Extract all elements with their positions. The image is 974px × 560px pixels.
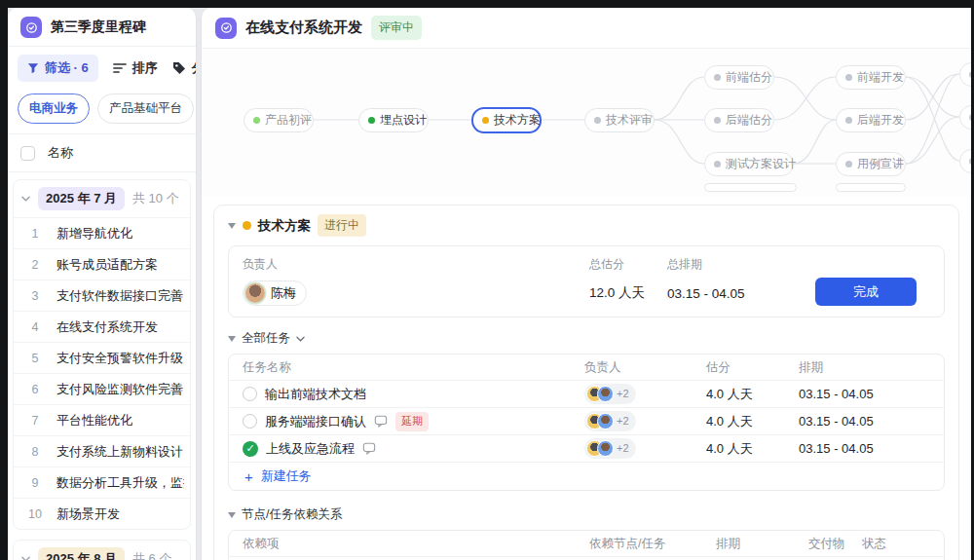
task-table-header: 任务名称 负责人 估分 排期 — [229, 355, 944, 380]
list-item[interactable]: 9数据分析工具升级，监控 — [14, 467, 190, 498]
assignee-avatars[interactable]: +2 — [584, 384, 636, 404]
sidebar-toolbar: 筛选 · 6 排序 分组 — [8, 47, 196, 90]
avatar — [245, 283, 265, 303]
status-badge: 评审中 — [371, 16, 422, 40]
list-header-row: 名称 — [8, 134, 196, 172]
collapse-triangle-icon — [228, 512, 236, 518]
list-item[interactable]: 5支付安全预警软件升级 — [14, 342, 190, 373]
filter-button[interactable]: 筛选 · 6 — [18, 55, 98, 82]
status-dot — [243, 221, 251, 230]
group-header[interactable]: 2025 年 8 月 共 6 个 — [14, 541, 190, 560]
group-label: 2025 年 7 月 — [38, 187, 125, 210]
status-dot — [368, 117, 375, 124]
list-item[interactable]: 7平台性能优化 — [14, 404, 190, 435]
group-count: 共 6 个 — [132, 550, 171, 560]
task-row[interactable]: ✓上线及应急流程 +2 4.0 人天 03.15 - 04.05 — [229, 434, 944, 462]
funnel-icon — [27, 62, 39, 74]
group-count: 共 10 个 — [132, 190, 179, 207]
comment-icon[interactable] — [374, 415, 388, 428]
tab-product-platform[interactable]: 产品基础平台 — [97, 93, 194, 124]
tasks-section-header[interactable]: 全部任务 — [228, 330, 945, 347]
group-header[interactable]: 2025 年 7 月 共 10 个 — [14, 180, 190, 217]
collapse-triangle-icon — [228, 223, 236, 229]
task-incomplete-icon[interactable] — [243, 387, 257, 401]
flow-node-tracking-design[interactable]: 埋点设计 — [358, 108, 429, 132]
estimate-field: 总估分 12.0 人天 — [589, 256, 667, 305]
sidebar-header: 第三季度里程碑 — [8, 8, 196, 47]
list-item[interactable]: 6支付风险监测软件完善 — [14, 373, 190, 404]
flow-node-partial — [836, 183, 906, 192]
status-dot — [845, 161, 852, 168]
dependency-table-header: 依赖项 依赖节点/任务 排期 交付物 状态 — [229, 531, 944, 556]
status-dot — [253, 117, 260, 124]
list-item[interactable]: 3支付软件数据接口完善 — [14, 280, 190, 311]
tab-ecommerce[interactable]: 电商业务 — [18, 93, 90, 124]
add-task-button[interactable]: + 新建任务 — [229, 462, 944, 490]
list-item[interactable]: 10新场景开发 — [14, 498, 190, 529]
chevron-down-icon — [21, 196, 30, 202]
deps-section-header[interactable]: 节点/任务依赖关系 — [228, 506, 945, 523]
schedule-field: 总排期 03.15 - 04.05 — [667, 256, 745, 305]
sidebar-tabs: 电商业务 产品基础平台 在线支付 — [8, 90, 196, 134]
owner-chip[interactable]: 陈梅 — [243, 280, 307, 306]
chevron-down-icon — [296, 336, 305, 342]
tag-icon — [172, 61, 186, 75]
dependency-table: 依赖项 依赖节点/任务 排期 交付物 状态 FF 成员账号兼容方案 需求方案设计… — [228, 530, 945, 560]
assignee-avatars[interactable]: +2 — [584, 438, 636, 459]
node-section-header[interactable]: 技术方案 进行中 — [228, 214, 945, 237]
avatar — [597, 413, 614, 429]
task-row[interactable]: 输出前端技术文档 +2 4.0 人天 03.15 - 04.05 — [229, 380, 944, 407]
avatar — [597, 440, 614, 457]
flow-node-test-plan[interactable]: 测试方案设计 — [704, 152, 794, 176]
collapse-triangle-icon — [228, 336, 236, 342]
flow-node-tech-plan[interactable]: 技术方案 — [471, 107, 542, 133]
flow-node-case-briefing[interactable]: 用例宣讲 — [836, 152, 906, 176]
flow-node-backend-dev[interactable]: 后端开发 — [836, 108, 906, 132]
flow-node-product-review[interactable]: 产品初评 — [244, 108, 314, 132]
main-panel: 在线支付系统开发 评审中 — [202, 8, 971, 560]
list-item[interactable]: 2账号成员适配方案 — [14, 248, 190, 280]
group-2025-08: 2025 年 8 月 共 6 个 — [13, 540, 191, 560]
list-item[interactable]: 4在线支付系统开发 — [14, 311, 190, 342]
page-title: 在线支付系统开发 — [245, 19, 362, 37]
task-row[interactable]: 服务端端接口确认 延期 +2 4.0 人天 03.15 - 04.05 — [229, 407, 944, 434]
flow-node-frontend-dev[interactable]: 前端开发 — [836, 65, 906, 90]
milestone-icon — [215, 18, 237, 39]
flow-node-tech-review[interactable]: 技术评审 — [584, 108, 655, 132]
complete-button[interactable]: 完成 — [815, 278, 917, 306]
owner-field: 负责人 陈梅 — [243, 256, 589, 305]
task-done-icon[interactable]: ✓ — [243, 441, 258, 457]
node-title: 技术方案 — [258, 217, 311, 235]
sidebar-panel: 第三季度里程碑 筛选 · 6 排序 分组 电商业务 产品基础平台 在线支付 名称 — [8, 8, 196, 560]
group-2025-07: 2025 年 7 月 共 10 个 1新增导航优化 2账号成员适配方案 3支付软… — [13, 179, 191, 530]
inprogress-badge: 进行中 — [318, 214, 366, 237]
select-all-checkbox[interactable] — [20, 146, 35, 161]
task-table: 任务名称 负责人 估分 排期 输出前端技术文档 +2 4.0 人天 03.15 … — [228, 354, 945, 491]
node-info-card: 负责人 陈梅 总估分 12.0 人天 总排期 03.15 - 04.05 完成 — [228, 245, 945, 317]
milestone-icon — [20, 17, 42, 38]
list-item[interactable]: 8支付系统上新物料设计 — [14, 435, 190, 467]
workflow-diagram: 产品初评 埋点设计 技术方案 技术评审 前端估分 后端估分 测试方案设计 前端开… — [202, 49, 971, 197]
assignee-avatars[interactable]: +2 — [584, 411, 636, 431]
status-dot — [714, 161, 721, 168]
status-dot — [594, 117, 601, 124]
plus-icon: + — [244, 469, 253, 484]
node-detail-panel: 技术方案 进行中 负责人 陈梅 总估分 12.0 人天 总排期 03.15 - … — [213, 205, 959, 560]
list-item[interactable]: 1新增导航优化 — [14, 217, 190, 248]
group-button[interactable]: 分组 — [172, 59, 196, 77]
flow-node-backend-estimate[interactable]: 后端估分 — [704, 108, 774, 132]
avatar — [597, 386, 614, 402]
sort-icon — [113, 62, 127, 74]
milestone-groups: 2025 年 7 月 共 10 个 1新增导航优化 2账号成员适配方案 3支付软… — [8, 172, 196, 560]
comment-icon[interactable] — [362, 442, 376, 455]
status-dot — [845, 74, 852, 81]
flow-node-frontend-estimate[interactable]: 前端估分 — [704, 65, 774, 90]
flow-node-partial — [704, 183, 797, 192]
sort-button[interactable]: 排序 — [113, 59, 158, 77]
dependency-row[interactable]: FF 成员账号兼容方案 需求方案设计 05.12 - 05.14 查看 — [229, 556, 944, 560]
task-incomplete-icon[interactable] — [243, 414, 257, 429]
delay-badge: 延期 — [395, 412, 429, 431]
status-dot — [714, 74, 721, 81]
sidebar-title: 第三季度里程碑 — [51, 19, 146, 36]
status-dot — [714, 117, 721, 124]
